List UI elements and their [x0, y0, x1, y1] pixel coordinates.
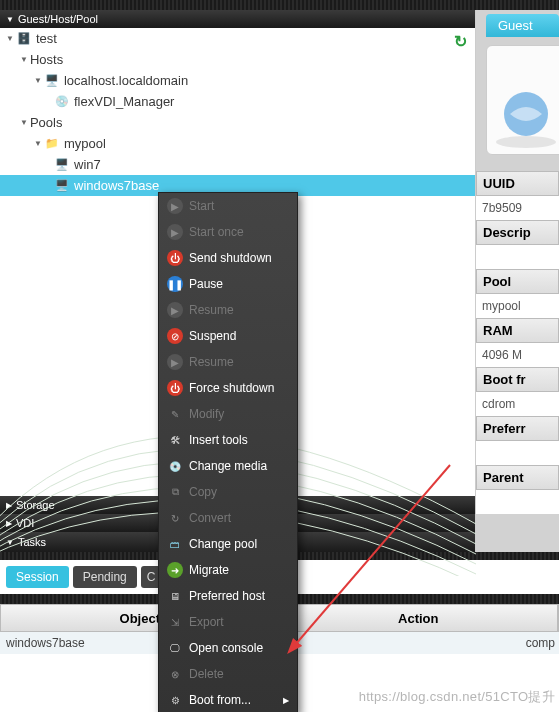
- pause-icon: ❚❚: [167, 276, 183, 292]
- prop-pool-key: Pool: [476, 269, 559, 294]
- ctx-preferred-host[interactable]: 🖥Preferred host: [159, 583, 297, 609]
- ctx-send-shutdown[interactable]: ⏻Send shutdown: [159, 245, 297, 271]
- prop-ram-key: RAM: [476, 318, 559, 343]
- col-action: Action: [280, 605, 559, 631]
- copy-icon: ⧉: [167, 484, 183, 500]
- guest-thumbnail: [486, 45, 559, 155]
- vm-icon: 🖥️: [54, 157, 70, 173]
- tools-icon: 🛠: [167, 432, 183, 448]
- ctx-export: ⇲Export: [159, 609, 297, 635]
- pool-icon: 📁: [44, 136, 60, 152]
- prop-parent-key: Parent: [476, 465, 559, 490]
- prop-boot-key: Boot fr: [476, 367, 559, 392]
- ctx-force-shutdown[interactable]: ⏻Force shutdown: [159, 375, 297, 401]
- power-icon: ⏻: [167, 250, 183, 266]
- tree-panel-header[interactable]: ▼Guest/Host/Pool: [0, 10, 475, 28]
- tab-guest[interactable]: Guest: [486, 14, 559, 37]
- media-icon: 💿: [167, 458, 183, 474]
- tab-pending[interactable]: Pending: [73, 566, 137, 588]
- force-power-icon: ⏻: [167, 380, 183, 396]
- tree-hosts[interactable]: ▼Hosts: [0, 49, 475, 70]
- pencil-icon: ✎: [167, 406, 183, 422]
- play-once-icon: ▶: [167, 224, 183, 240]
- ctx-open-console[interactable]: 🖵Open console: [159, 635, 297, 661]
- prop-parent-val: [476, 490, 559, 514]
- prop-uuid-key: UUID: [476, 171, 559, 196]
- boot-icon: ⚙: [167, 692, 183, 708]
- refresh-icon[interactable]: ↻: [454, 32, 467, 51]
- convert-icon: ↻: [167, 510, 183, 526]
- prop-desc-key: Descrip: [476, 220, 559, 245]
- resume-icon: ▶: [167, 354, 183, 370]
- tree-panel-title: Guest/Host/Pool: [18, 13, 98, 25]
- ctx-resume-2: ▶Resume: [159, 349, 297, 375]
- prop-pref-key: Preferr: [476, 416, 559, 441]
- ctx-convert: ↻Convert: [159, 505, 297, 531]
- prop-uuid-val: 7b9509: [476, 196, 559, 220]
- vm-icon: 🖥️: [54, 178, 70, 194]
- ctx-pause[interactable]: ❚❚Pause: [159, 271, 297, 297]
- pool-icon: 🗃: [167, 536, 183, 552]
- ctx-resume-1: ▶Resume: [159, 297, 297, 323]
- svg-point-0: [496, 136, 556, 148]
- host-icon: 🖥️: [44, 73, 60, 89]
- prop-pool-val: mypool: [476, 294, 559, 318]
- ctx-modify: ✎Modify: [159, 401, 297, 427]
- tree-vm-win7[interactable]: 🖥️win7: [0, 154, 475, 175]
- export-icon: ⇲: [167, 614, 183, 630]
- ctx-start-once: ▶Start once: [159, 219, 297, 245]
- ctx-change-pool[interactable]: 🗃Change pool: [159, 531, 297, 557]
- prop-boot-val: cdrom: [476, 392, 559, 416]
- tree-pools[interactable]: ▼Pools: [0, 112, 475, 133]
- ctx-insert-tools[interactable]: 🛠Insert tools: [159, 427, 297, 453]
- context-menu: ▶Start ▶Start once ⏻Send shutdown ❚❚Paus…: [158, 192, 298, 712]
- delete-icon: ⊗: [167, 666, 183, 682]
- prop-ram-val: 4096 M: [476, 343, 559, 367]
- tree-pool-1[interactable]: ▼📁mypool: [0, 133, 475, 154]
- tree-host-1[interactable]: ▼🖥️localhost.localdomain: [0, 70, 475, 91]
- play-icon: ▶: [167, 198, 183, 214]
- ctx-migrate[interactable]: ➜Migrate: [159, 557, 297, 583]
- ctx-copy: ⧉Copy: [159, 479, 297, 505]
- ctx-delete: ⊗Delete: [159, 661, 297, 687]
- ctx-start: ▶Start: [159, 193, 297, 219]
- guest-properties: UUID 7b9509 Descrip Pool mypool RAM 4096…: [476, 171, 559, 514]
- manager-icon: 💿: [54, 94, 70, 110]
- ctx-suspend[interactable]: ⊘Suspend: [159, 323, 297, 349]
- tab-session[interactable]: Session: [6, 566, 69, 588]
- migrate-icon: ➜: [167, 562, 183, 578]
- ctx-boot-from[interactable]: ⚙Boot from...▶: [159, 687, 297, 712]
- tree-host-1-sub[interactable]: 💿flexVDI_Manager: [0, 91, 475, 112]
- watermark: https://blog.csdn.net/51CTO提升: [359, 688, 555, 706]
- console-icon: 🖵: [167, 640, 183, 656]
- ctx-change-media[interactable]: 💿Change media: [159, 453, 297, 479]
- resume-icon: ▶: [167, 302, 183, 318]
- prop-desc-val: [476, 245, 559, 269]
- host-pref-icon: 🖥: [167, 588, 183, 604]
- submenu-arrow-icon: ▶: [283, 696, 289, 705]
- server-icon: 🗄️: [16, 31, 32, 47]
- suspend-icon: ⊘: [167, 328, 183, 344]
- tree-root[interactable]: ▼🗄️test: [0, 28, 475, 49]
- prop-pref-val: [476, 441, 559, 465]
